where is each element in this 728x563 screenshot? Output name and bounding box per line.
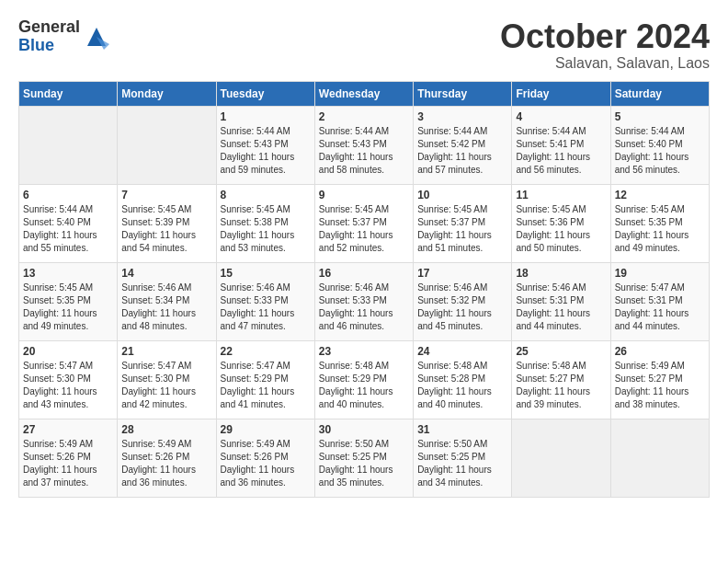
header-cell-wednesday: Wednesday bbox=[314, 81, 413, 106]
day-number: 5 bbox=[615, 110, 705, 123]
day-number: 4 bbox=[516, 110, 606, 123]
week-row-1: 1Sunrise: 5:44 AM Sunset: 5:43 PM Daylig… bbox=[19, 106, 710, 184]
day-info: Sunrise: 5:45 AM Sunset: 5:39 PM Dayligh… bbox=[121, 203, 211, 255]
day-number: 16 bbox=[319, 267, 409, 280]
day-cell: 19Sunrise: 5:47 AM Sunset: 5:31 PM Dayli… bbox=[610, 262, 709, 340]
day-number: 27 bbox=[23, 423, 113, 436]
day-cell bbox=[19, 106, 118, 184]
day-cell: 3Sunrise: 5:44 AM Sunset: 5:42 PM Daylig… bbox=[414, 106, 512, 184]
day-cell: 22Sunrise: 5:47 AM Sunset: 5:29 PM Dayli… bbox=[216, 340, 314, 419]
day-info: Sunrise: 5:46 AM Sunset: 5:33 PM Dayligh… bbox=[319, 282, 409, 333]
day-number: 10 bbox=[417, 189, 507, 201]
month-title: October 2024 bbox=[500, 18, 710, 55]
day-number: 26 bbox=[615, 345, 705, 358]
day-number: 6 bbox=[23, 189, 113, 201]
day-info: Sunrise: 5:47 AM Sunset: 5:30 PM Dayligh… bbox=[121, 360, 211, 411]
day-cell: 18Sunrise: 5:46 AM Sunset: 5:31 PM Dayli… bbox=[512, 262, 610, 340]
day-cell: 4Sunrise: 5:44 AM Sunset: 5:41 PM Daylig… bbox=[512, 106, 610, 184]
day-number: 21 bbox=[121, 345, 211, 358]
day-number: 11 bbox=[516, 189, 606, 201]
day-number: 15 bbox=[221, 267, 311, 280]
header-row: SundayMondayTuesdayWednesdayThursdayFrid… bbox=[19, 81, 710, 106]
day-cell: 1Sunrise: 5:44 AM Sunset: 5:43 PM Daylig… bbox=[216, 106, 314, 184]
day-info: Sunrise: 5:45 AM Sunset: 5:35 PM Dayligh… bbox=[615, 203, 705, 255]
day-cell: 30Sunrise: 5:50 AM Sunset: 5:25 PM Dayli… bbox=[314, 419, 413, 497]
day-number: 28 bbox=[121, 423, 211, 436]
header-cell-monday: Monday bbox=[118, 81, 216, 106]
day-cell: 23Sunrise: 5:48 AM Sunset: 5:29 PM Dayli… bbox=[314, 340, 413, 419]
day-number: 9 bbox=[319, 189, 409, 201]
page-header: General Blue October 2024 Salavan, Salav… bbox=[18, 18, 710, 72]
day-cell: 20Sunrise: 5:47 AM Sunset: 5:30 PM Dayli… bbox=[19, 340, 118, 419]
day-info: Sunrise: 5:47 AM Sunset: 5:30 PM Dayligh… bbox=[23, 360, 113, 411]
day-number: 22 bbox=[221, 345, 311, 358]
day-info: Sunrise: 5:49 AM Sunset: 5:26 PM Dayligh… bbox=[121, 438, 211, 489]
day-info: Sunrise: 5:44 AM Sunset: 5:40 PM Dayligh… bbox=[615, 125, 705, 177]
day-cell: 13Sunrise: 5:45 AM Sunset: 5:35 PM Dayli… bbox=[19, 262, 118, 340]
day-info: Sunrise: 5:44 AM Sunset: 5:40 PM Dayligh… bbox=[23, 203, 113, 255]
day-cell: 26Sunrise: 5:49 AM Sunset: 5:27 PM Dayli… bbox=[610, 340, 709, 419]
day-info: Sunrise: 5:49 AM Sunset: 5:26 PM Dayligh… bbox=[23, 438, 113, 489]
calendar-table: SundayMondayTuesdayWednesdayThursdayFrid… bbox=[18, 81, 710, 498]
day-cell: 6Sunrise: 5:44 AM Sunset: 5:40 PM Daylig… bbox=[19, 184, 118, 262]
day-cell bbox=[512, 419, 610, 497]
day-number: 30 bbox=[319, 423, 409, 436]
day-info: Sunrise: 5:50 AM Sunset: 5:25 PM Dayligh… bbox=[319, 438, 409, 489]
day-number: 31 bbox=[417, 423, 507, 436]
day-info: Sunrise: 5:45 AM Sunset: 5:35 PM Dayligh… bbox=[23, 282, 113, 333]
day-info: Sunrise: 5:46 AM Sunset: 5:34 PM Dayligh… bbox=[121, 282, 211, 333]
day-info: Sunrise: 5:47 AM Sunset: 5:29 PM Dayligh… bbox=[221, 360, 311, 411]
header-cell-friday: Friday bbox=[512, 81, 610, 106]
day-cell: 11Sunrise: 5:45 AM Sunset: 5:36 PM Dayli… bbox=[512, 184, 610, 262]
day-cell: 24Sunrise: 5:48 AM Sunset: 5:28 PM Dayli… bbox=[414, 340, 512, 419]
day-info: Sunrise: 5:49 AM Sunset: 5:26 PM Dayligh… bbox=[221, 438, 311, 489]
logo-general-text: General bbox=[18, 18, 80, 37]
day-number: 20 bbox=[23, 345, 113, 358]
day-cell: 25Sunrise: 5:48 AM Sunset: 5:27 PM Dayli… bbox=[512, 340, 610, 419]
day-cell bbox=[118, 106, 216, 184]
day-cell: 29Sunrise: 5:49 AM Sunset: 5:26 PM Dayli… bbox=[216, 419, 314, 497]
day-info: Sunrise: 5:49 AM Sunset: 5:27 PM Dayligh… bbox=[615, 360, 705, 411]
day-cell: 14Sunrise: 5:46 AM Sunset: 5:34 PM Dayli… bbox=[118, 262, 216, 340]
week-row-4: 20Sunrise: 5:47 AM Sunset: 5:30 PM Dayli… bbox=[19, 340, 710, 419]
week-row-3: 13Sunrise: 5:45 AM Sunset: 5:35 PM Dayli… bbox=[19, 262, 710, 340]
header-cell-saturday: Saturday bbox=[610, 81, 709, 106]
day-info: Sunrise: 5:44 AM Sunset: 5:41 PM Dayligh… bbox=[516, 125, 606, 177]
day-cell: 8Sunrise: 5:45 AM Sunset: 5:38 PM Daylig… bbox=[216, 184, 314, 262]
day-cell: 7Sunrise: 5:45 AM Sunset: 5:39 PM Daylig… bbox=[118, 184, 216, 262]
day-info: Sunrise: 5:46 AM Sunset: 5:32 PM Dayligh… bbox=[417, 282, 507, 333]
logo: General Blue bbox=[18, 18, 109, 55]
day-number: 2 bbox=[319, 110, 409, 123]
day-number: 3 bbox=[417, 110, 507, 123]
day-info: Sunrise: 5:47 AM Sunset: 5:31 PM Dayligh… bbox=[615, 282, 705, 333]
day-cell: 2Sunrise: 5:44 AM Sunset: 5:43 PM Daylig… bbox=[314, 106, 413, 184]
day-number: 25 bbox=[516, 345, 606, 358]
day-number: 17 bbox=[417, 267, 507, 280]
day-info: Sunrise: 5:45 AM Sunset: 5:37 PM Dayligh… bbox=[319, 203, 409, 255]
day-number: 7 bbox=[121, 189, 211, 201]
day-cell bbox=[610, 419, 709, 497]
day-info: Sunrise: 5:44 AM Sunset: 5:42 PM Dayligh… bbox=[417, 125, 507, 177]
day-info: Sunrise: 5:48 AM Sunset: 5:28 PM Dayligh… bbox=[417, 360, 507, 411]
header-cell-thursday: Thursday bbox=[414, 81, 512, 106]
week-row-2: 6Sunrise: 5:44 AM Sunset: 5:40 PM Daylig… bbox=[19, 184, 710, 262]
logo-icon bbox=[84, 24, 109, 50]
day-info: Sunrise: 5:45 AM Sunset: 5:37 PM Dayligh… bbox=[417, 203, 507, 255]
day-cell: 10Sunrise: 5:45 AM Sunset: 5:37 PM Dayli… bbox=[414, 184, 512, 262]
location: Salavan, Salavan, Laos bbox=[500, 55, 710, 72]
day-info: Sunrise: 5:50 AM Sunset: 5:25 PM Dayligh… bbox=[417, 438, 507, 489]
logo-blue-text: Blue bbox=[18, 37, 80, 55]
day-cell: 15Sunrise: 5:46 AM Sunset: 5:33 PM Dayli… bbox=[216, 262, 314, 340]
day-number: 13 bbox=[23, 267, 113, 280]
day-cell: 9Sunrise: 5:45 AM Sunset: 5:37 PM Daylig… bbox=[314, 184, 413, 262]
day-number: 29 bbox=[221, 423, 311, 436]
day-info: Sunrise: 5:48 AM Sunset: 5:29 PM Dayligh… bbox=[319, 360, 409, 411]
day-info: Sunrise: 5:46 AM Sunset: 5:31 PM Dayligh… bbox=[516, 282, 606, 333]
day-cell: 16Sunrise: 5:46 AM Sunset: 5:33 PM Dayli… bbox=[314, 262, 413, 340]
day-number: 1 bbox=[221, 110, 311, 123]
day-cell: 5Sunrise: 5:44 AM Sunset: 5:40 PM Daylig… bbox=[610, 106, 709, 184]
day-number: 12 bbox=[615, 189, 705, 201]
day-cell: 17Sunrise: 5:46 AM Sunset: 5:32 PM Dayli… bbox=[414, 262, 512, 340]
day-cell: 28Sunrise: 5:49 AM Sunset: 5:26 PM Dayli… bbox=[118, 419, 216, 497]
header-cell-tuesday: Tuesday bbox=[216, 81, 314, 106]
